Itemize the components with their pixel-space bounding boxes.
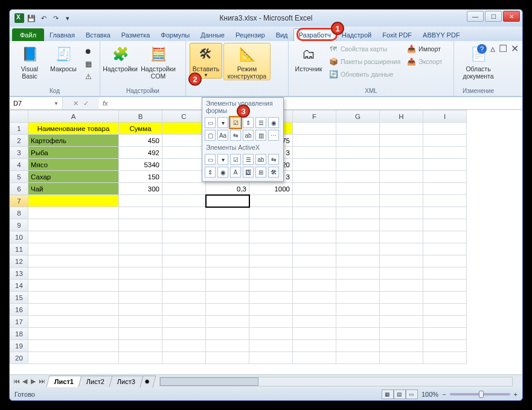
cell[interactable] (423, 328, 467, 340)
cell[interactable]: Сумма (119, 123, 162, 135)
cell[interactable] (423, 171, 467, 183)
cell[interactable] (293, 171, 336, 183)
tab-insert[interactable]: Вставка (80, 28, 116, 41)
form-combo-icon[interactable]: ▾ (217, 117, 228, 128)
cell[interactable] (28, 328, 119, 340)
cell[interactable] (423, 255, 467, 267)
cell[interactable] (423, 159, 467, 171)
ax-combo-icon[interactable]: ▾ (217, 154, 228, 165)
cell[interactable] (380, 171, 423, 183)
cell[interactable]: 0,3 (206, 183, 249, 195)
ax-toggle-icon[interactable]: ⊞ (255, 167, 266, 178)
cell[interactable] (119, 231, 162, 243)
ax-image-icon[interactable]: 🖼 (243, 167, 254, 178)
row-header[interactable]: 14 (10, 280, 28, 292)
macros-button[interactable]: 🧾Макросы (47, 43, 80, 73)
cell[interactable] (423, 267, 467, 280)
cell[interactable] (336, 352, 380, 364)
cell[interactable] (28, 352, 119, 364)
sheet-next-icon[interactable]: ▶ (29, 377, 37, 385)
cell[interactable] (249, 304, 293, 316)
cell[interactable] (162, 340, 206, 352)
cell[interactable] (293, 123, 336, 135)
form-textfield-icon[interactable]: ab (243, 130, 254, 141)
ax-listbox-icon[interactable]: ☰ (243, 154, 254, 165)
row-header[interactable]: 17 (10, 316, 28, 328)
row-header[interactable]: 2 (10, 135, 28, 147)
cell[interactable] (423, 219, 467, 231)
cell[interactable] (380, 231, 423, 243)
col-header-b[interactable]: B (119, 111, 162, 123)
cell[interactable] (162, 135, 206, 147)
cell[interactable] (336, 267, 380, 280)
cell[interactable] (380, 280, 423, 292)
form-combo2-icon[interactable]: ▥ (255, 130, 266, 141)
help-icon[interactable]: ? (477, 44, 487, 54)
cell[interactable] (162, 159, 206, 171)
cell[interactable] (28, 267, 119, 280)
cell[interactable]: 300 (119, 183, 162, 195)
sheet-tab-2[interactable]: Лист2 (79, 376, 113, 387)
cell[interactable] (380, 159, 423, 171)
zoom-slider-thumb[interactable] (479, 391, 484, 398)
cell[interactable] (336, 316, 380, 328)
cell[interactable] (119, 267, 162, 280)
cell[interactable] (162, 316, 206, 328)
chevron-down-icon[interactable]: ▼ (54, 101, 59, 106)
cell[interactable]: Рыба (28, 147, 119, 159)
cell[interactable] (423, 292, 467, 304)
cell[interactable] (380, 207, 423, 219)
cell[interactable] (336, 147, 380, 159)
cell[interactable] (249, 255, 293, 267)
scrollbar-thumb[interactable] (160, 377, 258, 386)
cell[interactable] (293, 135, 336, 147)
form-button-icon[interactable]: ▭ (205, 117, 216, 128)
cell[interactable] (162, 183, 206, 195)
cell[interactable] (293, 340, 336, 352)
cell[interactable] (293, 280, 336, 292)
maximize-button[interactable]: ☐ (485, 11, 502, 22)
cell[interactable] (336, 292, 380, 304)
cell[interactable] (380, 352, 423, 364)
cell[interactable] (380, 123, 423, 135)
row-header[interactable]: 10 (10, 231, 28, 243)
cell[interactable]: Наименование товара (28, 123, 119, 135)
cell[interactable] (249, 328, 293, 340)
cell[interactable] (380, 255, 423, 267)
cell[interactable] (293, 304, 336, 316)
form-option-icon[interactable]: ◉ (268, 117, 279, 128)
row-header[interactable]: 12 (10, 255, 28, 267)
col-header-h[interactable]: H (380, 111, 423, 123)
cell[interactable] (119, 304, 162, 316)
select-all-corner[interactable] (10, 111, 28, 123)
cell[interactable] (206, 280, 249, 292)
cell[interactable]: Чай (28, 183, 119, 195)
cell[interactable] (249, 219, 293, 231)
cell[interactable] (380, 195, 423, 207)
com-addins-button[interactable]: 🧮Надстройки COM (138, 43, 179, 80)
cell[interactable] (249, 243, 293, 255)
cell[interactable] (162, 147, 206, 159)
cell[interactable] (336, 280, 380, 292)
cell[interactable] (28, 292, 119, 304)
row-header[interactable]: 3 (10, 147, 28, 159)
cell[interactable] (119, 328, 162, 340)
view-page-layout-icon[interactable]: ▤ (394, 389, 406, 399)
sheet-first-icon[interactable]: ⏮ (12, 377, 21, 385)
cell[interactable] (423, 207, 467, 219)
cell[interactable] (380, 135, 423, 147)
cell[interactable]: Мясо (28, 159, 119, 171)
cell[interactable] (162, 219, 206, 231)
tab-file[interactable]: Файл (12, 28, 44, 41)
form-listbox-icon[interactable]: ☰ (255, 117, 266, 128)
form-scrollbar-icon[interactable]: ⇆ (230, 130, 241, 141)
cell[interactable] (380, 147, 423, 159)
cell[interactable] (293, 255, 336, 267)
cell[interactable] (206, 255, 249, 267)
cell[interactable] (162, 171, 206, 183)
cell[interactable] (28, 255, 119, 267)
cell[interactable] (293, 183, 336, 195)
col-header-c[interactable]: C (162, 111, 206, 123)
cell[interactable] (423, 304, 467, 316)
cell[interactable] (162, 123, 206, 135)
